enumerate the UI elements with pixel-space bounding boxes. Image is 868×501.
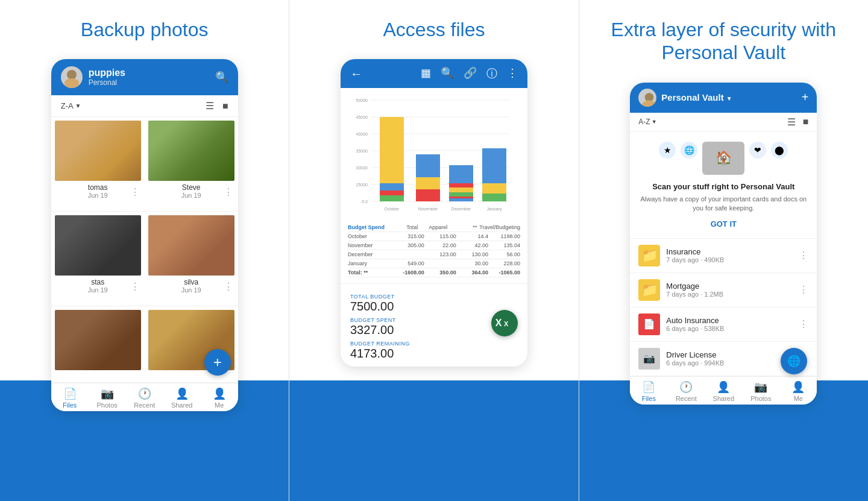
nav-me-3[interactable]: 👤 Me: [779, 380, 817, 402]
vault-grid-icon[interactable]: ■: [803, 116, 809, 128]
table-header-row: Budget Spend Total Apparel ** Travel/Bud…: [348, 223, 520, 232]
add-button[interactable]: +: [204, 349, 231, 376]
table-label-header: Budget Spend: [348, 224, 388, 230]
svg-point-1: [64, 78, 79, 88]
grid-icon[interactable]: ▦: [421, 66, 431, 81]
td-total-apparel: 350.00: [427, 269, 456, 276]
more-icon-mortgage[interactable]: ⋮: [799, 284, 808, 295]
td-total-travel: -1065.00: [491, 269, 520, 276]
panel2-title: Access files: [383, 18, 485, 41]
svg-point-0: [67, 70, 77, 80]
file-name-mortgage: Mortgage: [666, 282, 794, 291]
excel-icon-svg: X: [502, 317, 514, 329]
sort-selector[interactable]: Z-A ▼: [61, 101, 206, 110]
info-icon[interactable]: ⓘ: [486, 66, 497, 81]
grid-view-icon[interactable]: ■: [222, 101, 228, 112]
svg-point-37: [642, 100, 656, 107]
more-icon-header[interactable]: ⋮: [507, 66, 518, 81]
vault-sort-selector[interactable]: A-Z ▼: [638, 118, 787, 126]
td-jan-total: 549.00: [395, 260, 424, 266]
vault-sort-label: A-Z: [638, 118, 650, 126]
recent-icon: 🕐: [138, 387, 151, 400]
phone-frame-2: ← ▦ 🔍 🔗 ⓘ ⋮ 50000 45000: [341, 59, 527, 367]
search-icon-2[interactable]: 🔍: [441, 66, 454, 81]
td-december: December: [348, 251, 392, 257]
file-info-auto: Auto Insurance 6 days ago · 538KB: [666, 316, 794, 332]
budget-remaining-label: BUDGET REMAINING: [350, 341, 410, 347]
back-arrow-icon[interactable]: ←: [350, 67, 362, 81]
recent-icon-3: 🕐: [679, 380, 693, 394]
td-dec-apparel: 123.00: [427, 251, 456, 257]
td-nov-apparel: 22.00: [427, 242, 456, 248]
photos-icon-3: 📷: [754, 380, 767, 394]
vault-toolbar: A-Z ▼ ☰ ■: [630, 113, 817, 132]
globe-fab-button[interactable]: 🌐: [781, 348, 807, 374]
photo-date-tomas: Jun 19: [55, 192, 141, 199]
list-view-icon[interactable]: ☰: [206, 100, 214, 112]
nav-me-1[interactable]: 👤 Me: [201, 387, 238, 409]
avatar: [61, 66, 83, 88]
photo-stas: [55, 215, 141, 276]
svg-text:October: October: [385, 207, 400, 211]
dot-icon-promo: ⬤: [771, 142, 788, 159]
photo-silva: [148, 215, 234, 276]
vault-list-icon[interactable]: ☰: [787, 116, 796, 128]
photo-5: [55, 310, 141, 370]
nav-photos-1[interactable]: 📷 Photos: [89, 387, 126, 409]
photo-cell-silva[interactable]: silva Jun 19 ⋮: [145, 212, 238, 306]
phone-frame-3: Personal Vault ▼ + A-Z ▼ ☰ ■ ★ 🌐 🏠: [630, 83, 817, 405]
photo-cell-5[interactable]: [51, 306, 145, 383]
folder-icon-mortgage: 📁: [638, 279, 660, 301]
td-jan-apparel: [427, 260, 456, 266]
photo-cell-steve[interactable]: Steve Jun 19 ⋮: [145, 117, 238, 212]
more-icon-insurance[interactable]: ⋮: [799, 250, 808, 261]
nav-shared-3[interactable]: 👤 Shared: [705, 380, 742, 402]
nav-recent-1[interactable]: 🕐 Recent: [126, 387, 163, 409]
nav-photos-3[interactable]: 📷 Photos: [742, 380, 779, 402]
nav-shared-1[interactable]: 👤 Shared: [163, 387, 201, 409]
td-oct-apparel: 115.00: [427, 233, 456, 239]
svg-text:35000: 35000: [356, 149, 368, 153]
file-meta-auto: 6 days ago · 538KB: [666, 325, 794, 332]
vault-promo-heading: Scan your stuff right to Personal Vault: [638, 182, 808, 191]
nav-recent-3[interactable]: 🕐 Recent: [667, 380, 705, 402]
nav-recent-label-3: Recent: [676, 395, 697, 402]
th-apparel: Apparel: [420, 224, 447, 230]
table-row-january: January 549.00 30.00 228.00: [348, 259, 520, 268]
nav-photos-label-3: Photos: [750, 395, 771, 402]
photo-cell-tomas[interactable]: tomas Jun 19 ⋮: [51, 117, 145, 212]
globe-icon-fab: 🌐: [787, 354, 800, 368]
add-vault-button[interactable]: +: [802, 90, 809, 104]
more-icon-tomas[interactable]: ⋮: [130, 186, 140, 198]
photo-date-silva: Jun 19: [148, 286, 234, 294]
nav-shared-label-3: Shared: [713, 395, 734, 402]
more-icon-steve[interactable]: ⋮: [224, 186, 233, 198]
file-name-insurance: Insurance: [666, 247, 794, 256]
search-icon[interactable]: 🔍: [215, 71, 228, 84]
td-nov-travel: 135.04: [491, 242, 520, 248]
photo-cell-stas[interactable]: stas Jun 19 ⋮: [51, 212, 145, 306]
nav-files-3[interactable]: 📄 Files: [630, 380, 667, 402]
got-it-button[interactable]: GOT IT: [638, 219, 808, 228]
more-icon-silva[interactable]: ⋮: [224, 281, 233, 292]
td-oct-star: 14.4: [459, 233, 488, 239]
file-item-auto[interactable]: 📄 Auto Insurance 6 days ago · 538KB ⋮: [630, 307, 817, 342]
td-nov-total: 305.00: [395, 242, 424, 248]
more-icon-stas[interactable]: ⋮: [130, 281, 140, 292]
more-icon-auto[interactable]: ⋮: [799, 318, 808, 330]
file-item-mortgage[interactable]: 📁 Mortgage 7 days ago · 1.2MB ⋮: [630, 273, 817, 307]
nav-files-1[interactable]: 📄 Files: [51, 387, 89, 409]
me-icon-3: 👤: [791, 380, 805, 394]
file-name-auto: Auto Insurance: [666, 316, 794, 325]
td-dec-star: 130.00: [459, 251, 488, 257]
share-icon[interactable]: 🔗: [464, 66, 477, 81]
td-jan-travel: 228.00: [491, 260, 520, 266]
phone3-header: Personal Vault ▼ +: [630, 83, 817, 113]
img-icon-license: 📷: [638, 348, 660, 370]
photo-date-stas: Jun 19: [55, 286, 141, 294]
view-icons: ☰ ■: [206, 100, 228, 112]
td-oct-travel: 1198.00: [491, 233, 520, 239]
phone1-header: puppies Personal 🔍: [51, 59, 238, 95]
file-item-insurance[interactable]: 📁 Insurance 7 days ago · 490KB ⋮: [630, 239, 817, 273]
svg-text:50000: 50000: [356, 98, 368, 102]
